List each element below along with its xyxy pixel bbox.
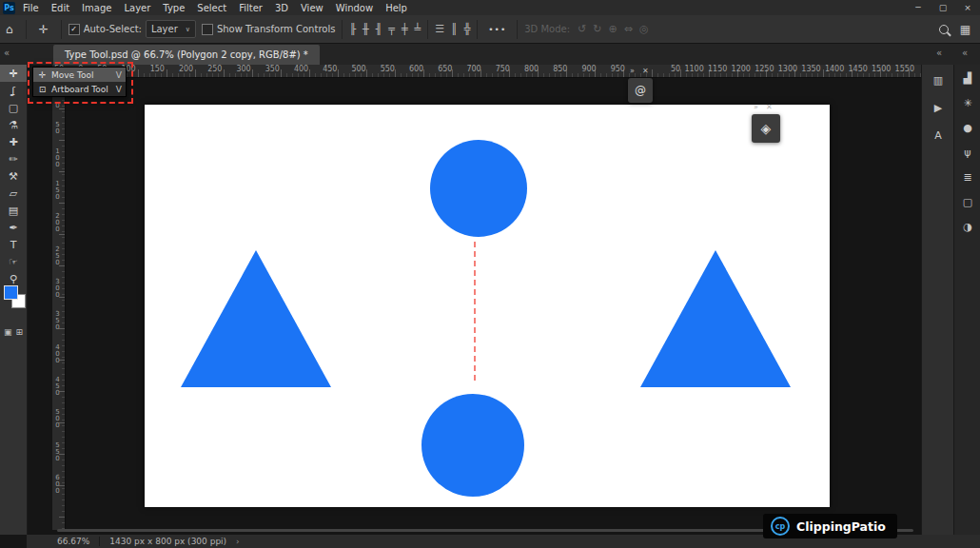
eraser-tool[interactable]: ▱ [0,185,27,202]
flyout-move-tool[interactable]: ✛ Move Tool V [33,68,126,82]
auto-select-dropdown[interactable]: Layer ∨ [146,20,196,38]
h-ruler-labels-right: 5011001150120012501300135014001450150015… [671,65,914,73]
ruler-label: 850 [553,65,567,73]
zoom-level-field[interactable]: 66.67% [57,537,89,546]
ruler-label: 1300 [778,65,797,73]
3d-camera-icon[interactable]: ◎ [639,23,649,35]
expand-panel-icon[interactable]: » [630,67,635,75]
menu-item[interactable]: View [301,3,323,13]
search-icon[interactable] [939,25,949,34]
close-icon[interactable]: ✕ [766,103,773,111]
gradient-tool[interactable]: ▤ [0,202,27,219]
close-icon[interactable]: ✕ [642,67,649,75]
ruler-label: 1150 [708,65,727,73]
align-top-icon[interactable]: ╤ [388,23,395,35]
healing-brush-tool[interactable]: ✚ [0,133,27,150]
ruler-label: 800 [524,65,539,73]
chevron-down-icon: ∨ [186,26,190,33]
distribute-horizontal-icon[interactable]: ║ [451,23,458,35]
current-tool-icon[interactable]: ✛ [39,23,49,36]
menu-item[interactable]: File [23,3,39,13]
expand-panel-icon[interactable]: » [754,103,758,111]
ruler-label: 750 [496,65,510,73]
properties-panel-icon[interactable]: ▥ [933,74,943,87]
status-chevron-icon[interactable]: › [236,537,240,546]
swatches-panel-icon[interactable]: ◑ [963,221,972,233]
menu-bar: FileEditImageLayerTypeSelectFilter3DView… [23,3,407,13]
collapse-panels-icon[interactable]: « [936,48,942,58]
restore-button[interactable]: ▢ [931,3,955,12]
divider [26,20,27,39]
color-panel-icon[interactable]: ● [963,122,972,134]
lasso-tool[interactable]: ʆ [0,82,27,99]
align-right-icon[interactable]: ╢ [376,23,382,35]
menu-item[interactable]: Window [336,3,373,13]
vertical-ruler[interactable]: 050100150200250300350400450500550600 [52,77,66,530]
align-middle-vertical-icon[interactable]: ╪ [402,23,408,35]
collapse-rail-icon[interactable]: « [962,48,968,58]
align-left-icon[interactable]: ╟ [349,23,356,35]
pen-tool[interactable]: ✒ [0,219,27,236]
options-bar-right: ▦ [939,23,970,36]
auto-select-checkbox[interactable]: ✓ [69,24,80,35]
type-tool[interactable]: T [0,236,27,253]
3d-roll-icon[interactable]: ↻ [593,23,601,35]
character-panel-button[interactable]: @ [628,78,653,103]
ruler-label: 1200 [732,65,751,73]
canvas[interactable] [145,105,830,507]
ruler-label: 50 [54,121,62,134]
minimize-button[interactable]: ─ [906,3,931,12]
align-bottom-icon[interactable]: ╧ [415,23,421,35]
home-icon[interactable]: ⌂ [6,23,13,36]
eyedropper-tool[interactable]: ⚗ [0,116,27,133]
3d-drag-icon[interactable]: ⊕ [609,23,617,35]
menu-item[interactable]: 3D [275,3,288,13]
paths-panel-icon[interactable]: ψ [964,147,970,159]
document-tab[interactable]: Type Tool.psd @ 66.7% (Polygon 2 copy, R… [53,45,320,65]
ruler-label: 900 [581,65,596,73]
ruler-label: 1550 [895,65,914,73]
quick-mask-icon[interactable]: ▣ [4,327,12,337]
character-panel-icon[interactable]: A [934,129,942,142]
workspace-switcher-icon[interactable]: ▦ [960,23,970,36]
flyout-artboard-tool[interactable]: ⊡ Artboard Tool V [33,82,126,96]
move-tool[interactable]: ✛ [0,65,27,82]
histogram-panel-icon[interactable]: ▟ [964,72,971,85]
screen-mode-icon[interactable]: ⊞ [15,327,23,337]
distribute-vertical-icon[interactable]: ☰ [435,23,444,35]
adjustments-panel-icon[interactable]: ✳ [963,97,971,109]
divider [342,20,343,39]
align-center-horizontal-icon[interactable]: ╫ [363,23,369,35]
more-options-button[interactable]: ••• [488,25,506,34]
3d-rotate-icon[interactable]: ↺ [578,23,586,35]
clone-stamp-tool[interactable]: ⚒ [0,167,27,185]
ruler-label: 250 [207,65,222,73]
brush-tool[interactable]: ✏ [0,150,27,167]
collapse-left-icon[interactable]: « [4,48,10,58]
ruler-label: 300 [54,278,62,298]
menu-item[interactable]: Help [385,3,407,13]
hand-tool[interactable]: ☞ [0,253,27,270]
menu-item[interactable]: Layer [124,3,150,13]
horizontal-ruler[interactable]: 5005010015020025030035040045050055060065… [52,65,921,78]
3d-mode-buttons: ↺↻⊕⇔◎ [578,23,648,35]
close-button[interactable]: × [955,3,980,12]
menu-item[interactable]: Edit [51,3,69,13]
menu-item[interactable]: Image [82,3,111,13]
layers-panel-icon[interactable]: ≣ [963,171,971,184]
canvas-artwork [145,105,830,507]
left-triangle-shape [181,250,331,387]
foreground-color-swatch[interactable] [4,285,18,300]
menu-item[interactable]: Type [163,3,185,13]
menu-item[interactable]: Filter [239,3,263,13]
channels-panel-icon[interactable]: ▢ [963,196,972,208]
marquee-tool[interactable]: ▢ [0,99,27,116]
menu-item[interactable]: Select [197,3,226,13]
3d-slide-icon[interactable]: ⇔ [624,23,633,35]
show-transform-checkbox[interactable] [202,24,213,35]
3d-mode-label: 3D Mode: [524,24,570,34]
distribute-spacing-icon[interactable]: ╬ [464,23,471,35]
layers-panel-button[interactable]: ◈ [752,114,780,143]
actions-panel-icon[interactable]: ▶ [934,102,942,114]
ruler-label: 600 [409,65,423,73]
